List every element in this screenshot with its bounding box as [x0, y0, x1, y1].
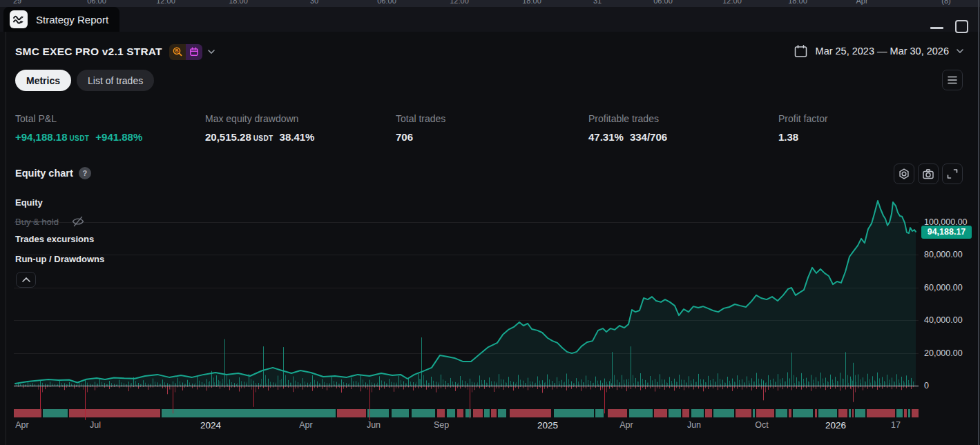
metric-value2: 334/706: [630, 131, 667, 143]
timeline-segment: [437, 409, 445, 417]
svg-text:B: B: [175, 48, 178, 53]
equity-chart-header: Equity chart ?: [15, 167, 91, 179]
tab-title: Strategy Report: [36, 14, 108, 26]
timeline-segment: [849, 409, 851, 417]
timeline-segment: [412, 409, 435, 417]
chart-snapshot-button[interactable]: [918, 164, 939, 184]
collapse-legend-button[interactable]: [16, 272, 36, 288]
time-axis-label: 17: [891, 420, 901, 430]
timeline-segment: [908, 409, 910, 417]
minimize-icon: [930, 27, 943, 29]
timeline-segment: [789, 409, 791, 417]
timeline-segment: [705, 409, 712, 417]
timeline-segment: [465, 409, 471, 417]
background-time-label: 12:00: [722, 0, 742, 5]
time-axis-label: Apr: [619, 420, 633, 430]
metric-profitable-trades: Profitable trades 47.31%334/706: [588, 113, 667, 143]
background-chart-strip: 2906:0012:0018:003006:0012:0018:003106:0…: [0, 0, 980, 7]
timeline-segment: [753, 409, 755, 417]
metric-label: Max equity drawdown: [205, 113, 314, 124]
metric-label: Profit factor: [778, 113, 828, 124]
time-axis-label: Apr: [299, 420, 312, 430]
bitcoin-search-icon: B: [169, 44, 186, 60]
price-axis-label: 0: [924, 381, 929, 390]
date-range-text: Mar 25, 2023 — Mar 30, 2026: [816, 46, 949, 57]
background-time-label: 06:00: [377, 0, 396, 5]
timeline-segment: [756, 409, 774, 417]
background-time-label: 06:00: [653, 0, 673, 5]
background-time-label: 18:00: [788, 0, 807, 5]
timeline-segment: [43, 409, 68, 417]
help-icon[interactable]: ?: [79, 167, 91, 179]
timeline-segment: [337, 409, 366, 417]
time-axis-label: Jun: [367, 420, 381, 430]
equity-chart-title: Equity chart: [15, 168, 73, 179]
metric-value: 47.31%: [588, 131, 624, 143]
chart-settings-button[interactable]: [894, 164, 914, 184]
time-axis-label: Sep: [434, 420, 449, 430]
minimize-button[interactable]: [929, 18, 945, 34]
price-axis-label: 20,000.00: [924, 348, 963, 358]
timeline-segment: [491, 409, 497, 417]
background-time-label: 18:00: [522, 0, 541, 5]
timeline-segment: [852, 409, 854, 417]
timeline-segment: [736, 409, 751, 417]
chart-fullscreen-button[interactable]: [942, 164, 963, 184]
legend-trades-excursions[interactable]: Trades excursions: [15, 234, 94, 244]
metric-profit-factor: Profit factor 1.38: [778, 113, 828, 143]
timeline-segment: [904, 409, 907, 417]
date-range-picker[interactable]: Mar 25, 2023 — Mar 30, 2026: [794, 42, 963, 60]
metric-value2: +941.88%: [95, 131, 142, 143]
timeline-segment: [776, 409, 787, 417]
metric-value: +94,188.18: [15, 131, 68, 143]
background-time-label: 29: [13, 0, 21, 5]
window-tab-bar: Strategy Report: [0, 7, 980, 32]
legend-buy-and-hold[interactable]: Buy & hold: [15, 215, 85, 228]
background-time-label: 31: [593, 0, 602, 5]
price-axis-label: 60,000.00: [924, 283, 963, 293]
tab-metrics[interactable]: Metrics: [15, 70, 71, 91]
time-axis-label: 2026: [825, 420, 846, 431]
strategy-name: SMC EXEC PRO v2.1 STRAT: [15, 46, 162, 58]
restore-window-button[interactable]: [955, 20, 968, 33]
legend-equity[interactable]: Equity: [15, 197, 43, 208]
legend-runup-drawdowns[interactable]: Run-up / Drawdowns: [15, 254, 104, 264]
timeline-segment: [838, 409, 847, 417]
time-axis-label: Apr: [15, 420, 28, 430]
equity-chart-canvas: [0, 0, 980, 445]
timeline-segment: [818, 409, 837, 417]
price-axis-label: 40,000.00: [924, 315, 963, 325]
timeline-segment: [793, 409, 813, 417]
strategy-selector[interactable]: SMC EXEC PRO v2.1 STRAT B: [15, 43, 215, 61]
timeline-segment: [896, 409, 903, 417]
timeline-segment: [447, 409, 455, 417]
timeline-segment: [682, 409, 689, 417]
report-layout-button[interactable]: [942, 70, 963, 90]
strategy-symbol-badge[interactable]: B: [169, 44, 202, 60]
metric-value: 20,515.28: [205, 131, 251, 143]
background-time-label: 06:00: [87, 0, 106, 5]
metric-total-trades: Total trades 706: [396, 113, 445, 143]
background-time-label: 12:00: [156, 0, 175, 5]
metric-value2: 38.41%: [280, 131, 315, 143]
visibility-off-icon[interactable]: [71, 215, 85, 228]
timeline-segment: [713, 409, 734, 417]
last-value-badge: 94,188.17: [921, 226, 972, 239]
panel-left-hairline: [6, 32, 6, 445]
time-axis-label: Jul: [90, 420, 101, 430]
calendar-badge-icon: [186, 44, 202, 60]
background-time-label: (8): [941, 0, 950, 5]
metric-unit: USDT: [253, 135, 273, 142]
strategy-report-tab[interactable]: Strategy Report: [3, 7, 119, 32]
window-right-border: [978, 0, 979, 445]
equity-area: [15, 201, 916, 386]
legend-buy-and-hold-label: Buy & hold: [15, 217, 59, 227]
metric-label: Total P&L: [15, 113, 142, 124]
tab-list-of-trades[interactable]: List of trades: [77, 70, 154, 91]
timeline-segment: [498, 409, 506, 417]
timeline-segment: [867, 409, 895, 417]
time-axis-label: 2024: [200, 420, 221, 431]
timeline-segment: [367, 409, 389, 417]
timeline-segment: [815, 409, 817, 417]
price-axis-label: 80,000.00: [924, 250, 963, 259]
